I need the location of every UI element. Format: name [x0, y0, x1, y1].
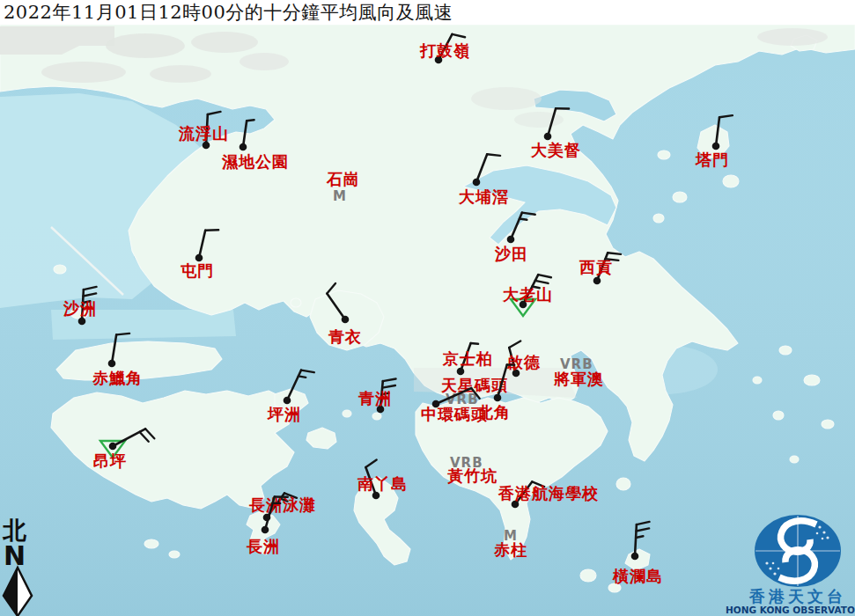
station-dot: [78, 318, 86, 326]
station-label: 打鼓嶺: [419, 41, 470, 60]
islet: [804, 375, 820, 385]
station-label: 塔門: [695, 150, 729, 169]
station-label: 西貢: [579, 258, 613, 276]
title-bar: 2022年11月01日12時00分的十分鐘平均風向及風速: [0, 0, 855, 25]
station-label: 坪洲: [267, 405, 301, 423]
station-label: 赤鱲角: [92, 369, 143, 387]
station-label: 南丫島: [357, 474, 408, 493]
urban-patch: [240, 53, 289, 70]
logo-english-name: HONG KONG OBSERVATORY: [726, 605, 855, 615]
green-island: [372, 413, 381, 420]
station-label: 長洲: [246, 537, 280, 555]
wind-barb: [520, 219, 527, 220]
station-label: 橫瀾島: [612, 567, 663, 585]
station-dot: [593, 277, 601, 285]
wind-barb: [608, 253, 621, 254]
urban-patch: [106, 33, 185, 58]
islet: [822, 420, 834, 429]
wind-barb: [299, 376, 306, 377]
wind-barb: [471, 343, 478, 344]
station-dot: [109, 443, 117, 451]
station-label: 大老山: [502, 285, 553, 304]
kau-yi-chau-island: [343, 410, 351, 417]
islet: [653, 214, 664, 223]
station-label: 啟德: [506, 353, 541, 371]
station-dot: [108, 360, 116, 368]
station-dot: [631, 553, 639, 561]
station-note: VRB: [560, 356, 593, 372]
station-label: 屯門: [181, 261, 214, 280]
station-dot: [342, 316, 350, 324]
wind-barb: [487, 154, 500, 156]
station-label: 北角: [476, 403, 511, 422]
station-label: 青衣: [328, 327, 362, 346]
station-label: 流浮山: [178, 124, 229, 143]
islet: [753, 377, 762, 384]
urban-patch: [150, 65, 211, 83]
islet: [169, 551, 180, 558]
urban-patch: [471, 87, 542, 110]
station-dot: [284, 397, 291, 405]
urban-patch: [514, 112, 564, 128]
islet: [723, 175, 739, 187]
station-dot: [544, 133, 552, 141]
station-note: VRB: [450, 455, 483, 471]
islet: [658, 150, 670, 159]
station-label: 昂坪: [93, 451, 127, 470]
station-label: 長洲泳灘: [248, 495, 316, 514]
tung-lung-island: [616, 478, 630, 490]
wind-map-screenshot: 打鼓嶺流浮山濕地公園石崗M大埔滘沙田大美督塔門屯門沙洲西貢大老山青衣赤鱲角坪洲青…: [0, 0, 855, 616]
station-label: 青洲: [357, 389, 392, 407]
station-label: 大美督: [530, 141, 581, 159]
north-label-letter: N: [4, 540, 26, 571]
station-label: 石崗: [326, 170, 360, 188]
urban-patch: [41, 62, 126, 83]
islet: [773, 411, 784, 420]
islet: [673, 192, 687, 202]
station-note: M: [333, 188, 347, 204]
map-title: 2022年11月01日12時00分的十分鐘平均風向及風速: [0, 0, 453, 25]
station-dot: [473, 179, 481, 187]
station-dot: [457, 368, 465, 376]
logo-chinese-name: 香港天文台: [748, 587, 846, 605]
station-label: 將軍澳: [553, 370, 604, 388]
ma-wan-island: [291, 298, 301, 307]
station-dot: [712, 143, 720, 150]
station-label: 京士柏: [442, 349, 493, 368]
islet: [779, 346, 792, 355]
wind-barb: [205, 230, 218, 231]
station-note: M: [504, 528, 518, 544]
soko-island: [144, 539, 158, 548]
urban-patch: [757, 28, 828, 46]
station-label: 濕地公園: [221, 152, 289, 171]
urban-patch: [191, 32, 258, 53]
islet: [54, 265, 66, 274]
wind-barb: [116, 334, 129, 335]
station-dot: [507, 236, 515, 244]
hong-kong-map: 打鼓嶺流浮山濕地公園石崗M大埔滘沙田大美督塔門屯門沙洲西貢大老山青衣赤鱲角坪洲青…: [0, 0, 855, 616]
po-toi-island: [580, 569, 596, 582]
station-dot: [262, 526, 269, 534]
station-label: 香港航海學校: [498, 484, 599, 502]
wind-barb: [247, 120, 254, 121]
station-dot: [240, 143, 247, 151]
islet: [790, 456, 799, 463]
station-label: 沙洲: [63, 299, 97, 318]
station-dot: [195, 254, 203, 262]
station-label: 沙田: [494, 245, 528, 263]
station-label: 大埔滘: [458, 187, 509, 206]
station-dot: [494, 394, 502, 402]
